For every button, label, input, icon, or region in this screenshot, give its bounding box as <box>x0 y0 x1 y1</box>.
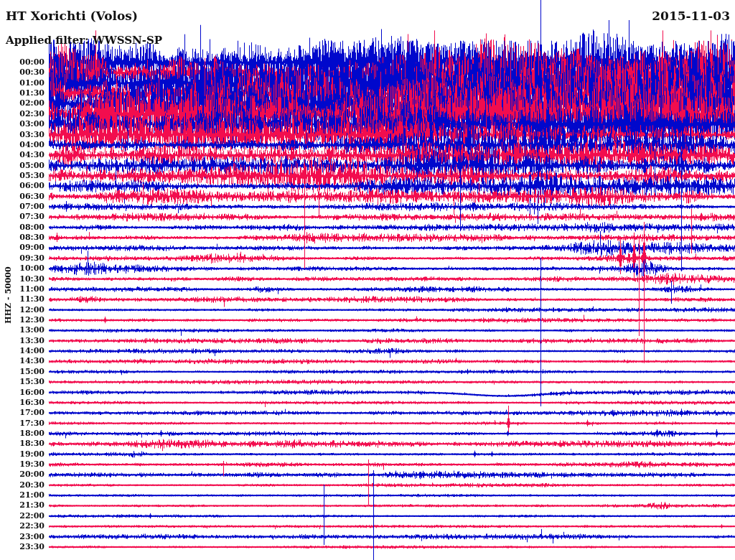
helicorder-page: HT Xorichti (Volos) Applied filter: WWSS… <box>0 0 735 560</box>
time-label: 04:30 <box>0 151 45 159</box>
time-label: 15:00 <box>0 368 45 376</box>
time-label: 16:00 <box>0 388 45 397</box>
time-label: 13:30 <box>0 337 45 345</box>
time-label: 22:30 <box>0 522 45 531</box>
time-label: 14:30 <box>0 357 45 365</box>
time-label: 03:30 <box>0 131 45 139</box>
time-label: 17:30 <box>0 419 45 428</box>
time-label: 22:00 <box>0 512 45 521</box>
seismogram-canvas <box>0 0 735 560</box>
time-label: 19:30 <box>0 460 45 469</box>
time-label: 23:00 <box>0 533 45 541</box>
time-label: 06:30 <box>0 192 45 201</box>
time-label: 20:00 <box>0 470 45 479</box>
time-label: 14:00 <box>0 347 45 355</box>
time-label: 10:00 <box>0 264 45 273</box>
time-label: 09:30 <box>0 254 45 263</box>
time-label: 19:00 <box>0 450 45 459</box>
filter-label: Applied filter: WWSSN-SP <box>6 34 162 47</box>
time-label: 05:00 <box>0 162 45 170</box>
time-label: 20:30 <box>0 481 45 490</box>
time-label: 11:30 <box>0 295 45 304</box>
time-label: 15:30 <box>0 378 45 386</box>
time-label: 00:30 <box>0 68 45 77</box>
time-label: 21:00 <box>0 491 45 500</box>
time-label: 03:00 <box>0 120 45 129</box>
date-label: 2015-11-03 <box>652 9 730 23</box>
time-label: 01:30 <box>0 89 45 98</box>
time-label: 08:30 <box>0 233 45 242</box>
time-label: 09:00 <box>0 243 45 252</box>
time-label: 18:30 <box>0 439 45 448</box>
time-label: 16:30 <box>0 398 45 407</box>
time-label: 07:00 <box>0 202 45 211</box>
time-label: 02:00 <box>0 99 45 108</box>
time-label: 17:00 <box>0 409 45 417</box>
time-label: 04:00 <box>0 141 45 149</box>
time-label: 12:00 <box>0 306 45 314</box>
time-label: 13:00 <box>0 326 45 335</box>
station-title: HT Xorichti (Volos) <box>6 9 138 23</box>
time-label: 06:00 <box>0 182 45 190</box>
time-label: 12:30 <box>0 316 45 325</box>
time-label: 23:30 <box>0 543 45 551</box>
time-label: 05:30 <box>0 172 45 180</box>
time-label: 07:30 <box>0 213 45 221</box>
time-label: 01:00 <box>0 79 45 88</box>
time-label: 00:00 <box>0 58 45 67</box>
time-label: 10:30 <box>0 275 45 284</box>
time-label: 21:30 <box>0 501 45 510</box>
time-label: 18:00 <box>0 429 45 438</box>
time-label: 08:00 <box>0 223 45 232</box>
time-label: 11:00 <box>0 285 45 294</box>
time-label: 02:30 <box>0 110 45 118</box>
